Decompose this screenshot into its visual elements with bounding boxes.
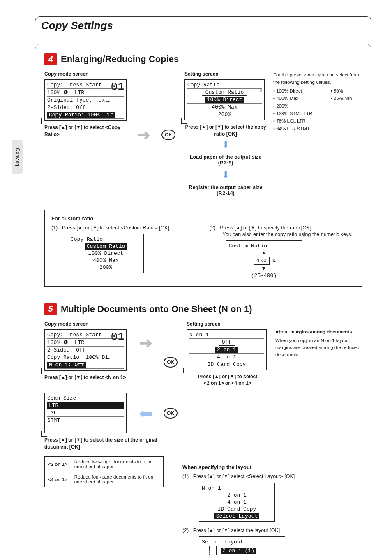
- n-on-1-table: <2 on 1>Reduce two-page documents to fit…: [44, 456, 164, 487]
- copy-count: 01: [111, 81, 125, 93]
- lcd-custom-ratio-value: Custom Ratio ▲ 100 % ▼ (25-400): [226, 240, 302, 281]
- scroll-icon: ▯: [260, 87, 263, 93]
- label-setting-5: Setting screen: [187, 321, 269, 327]
- layout-spec-box: When specifying the layout (1) Press [▲]…: [176, 459, 362, 555]
- lcd-scan-size: Scan Size LTR LGL STMT: [44, 393, 127, 433]
- page-title: Copy Settings: [35, 16, 371, 35]
- section-4: 4 Enlarging/Reducing Copies Copy mode sc…: [44, 53, 362, 287]
- flow-step-2: Register the output paper size (P.2-14): [184, 185, 267, 196]
- ok-button[interactable]: OK: [164, 357, 178, 368]
- lcd-select-layout: Select Layout 2 on 1 (1) 2 on 1 (2) 4 on…: [199, 536, 285, 555]
- arrow-down-icon: ⬇: [184, 139, 267, 150]
- caption-4a: Press [▲] or [▼] to select <Copy Ratio>: [44, 124, 129, 138]
- preset-zoom-list: For the preset zoom, you can select from…: [273, 71, 362, 132]
- ok-button[interactable]: OK: [164, 408, 178, 419]
- lcd-custom-ratio-menu: Copy Ratio Custom Ratio 100% Direct 400%…: [68, 234, 144, 273]
- caption-5b: Press [▲] or [▼] to select <2 on 1> or <…: [187, 373, 269, 387]
- section-number-4: 4: [44, 53, 57, 65]
- layout-icon: [202, 546, 217, 555]
- arrow-left-icon: ⬅: [139, 404, 153, 423]
- custom-ratio-box: For custom ratio (1) Press [▲] or [▼] to…: [44, 210, 362, 287]
- caption-5a: Press [▲] or [▼] to select <N on 1>: [44, 374, 131, 381]
- label-copy-mode-5: Copy mode screen: [44, 321, 131, 327]
- label-copy-mode: Copy mode screen: [44, 71, 129, 77]
- arrow-down-icon: ⬇: [184, 170, 267, 180]
- lcd-copy-mode-5: Copy: Press Start 100% ❶ LTR 2-Sided: Of…: [44, 329, 127, 371]
- section-title-5: Multiple Documents onto One Sheet (N on …: [61, 304, 252, 314]
- section-number-5: 5: [44, 303, 57, 315]
- section-title-4: Enlarging/Reducing Copies: [61, 54, 179, 65]
- section-5: 5 Multiple Documents onto One Sheet (N o…: [44, 303, 362, 555]
- lcd-copy-ratio: Copy Ratio Custom Ratio 100% Direct 400%…: [184, 79, 265, 120]
- lcd-n-on-1: N on 1 Off 2 on 1 4 on 1 ID Card Copy: [187, 329, 267, 370]
- ok-button[interactable]: OK: [161, 130, 175, 140]
- flow-step-1: Load paper of the output size (P.2-9): [184, 154, 267, 166]
- arrow-right-icon: ➔: [139, 333, 153, 352]
- margins-info: About margins among documents When you c…: [275, 321, 362, 358]
- lcd-copy-mode-4: Copy: Press Start 100% ❶ LTR Original Ty…: [44, 79, 127, 121]
- label-setting-4: Setting screen: [184, 71, 267, 77]
- arrow-right-icon: ➔: [137, 125, 151, 144]
- lcd-layout-menu: N on 1 2 on 1 4 on 1 ID Card Copy Select…: [199, 483, 275, 522]
- caption-4b: Press [▲] or [▼] to select the copy rati…: [184, 124, 267, 138]
- caption-5c: Press [▲] or [▼] to select the size of t…: [44, 437, 164, 451]
- side-tab: Copying: [12, 140, 23, 174]
